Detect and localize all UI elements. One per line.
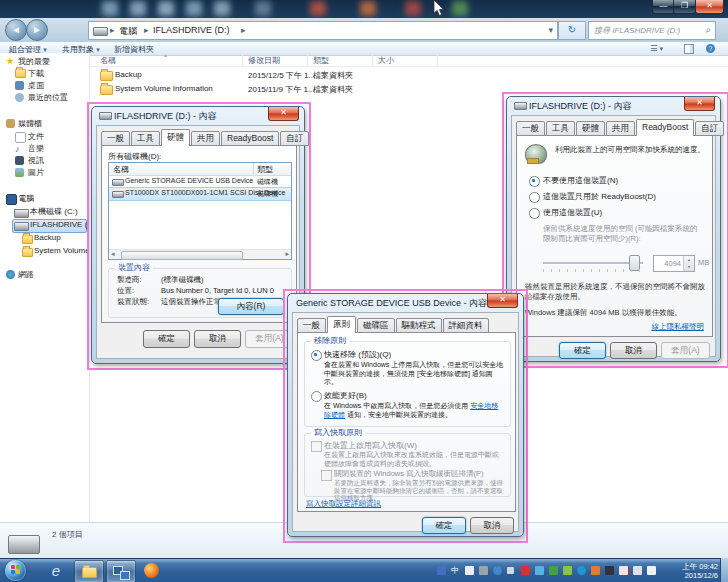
checkbox-enable-write-caching[interactable]	[311, 441, 322, 452]
radio-do-not-use[interactable]	[529, 176, 540, 187]
ime-language-icon[interactable]	[437, 566, 446, 575]
breadcrumb-computer[interactable]: 電腦	[119, 25, 137, 38]
change-view-button[interactable]: ☰ ▾	[650, 44, 663, 53]
radio-use-device[interactable]	[529, 208, 540, 219]
sidebar-item-disk-c[interactable]: 本機磁碟 (C:)	[30, 206, 78, 217]
sidebar-item-backup[interactable]: Backup	[34, 233, 61, 242]
address-bar[interactable]: ▸ 電腦 ▸ IFLASHDRIVE (D:) ▸ ▾	[88, 21, 558, 40]
tab-hardware[interactable]: 硬體	[576, 121, 605, 136]
radio-quick-removal[interactable]	[311, 350, 322, 361]
close-button[interactable]: ✕	[684, 97, 715, 111]
radio-do-not-use-label[interactable]: 不要使用這個裝置(N)	[543, 175, 618, 186]
sidebar-item-videos[interactable]: 視訊	[28, 155, 44, 166]
spin-up-icon[interactable]: ▴	[684, 256, 694, 263]
address-dropdown-icon[interactable]: ▾	[548, 25, 553, 35]
radio-dedicate-device-label[interactable]: 這個裝置只用於 ReadyBoost(D)	[543, 191, 656, 202]
checkbox-enable-write-caching-label[interactable]: 在裝置上啟用寫入快取(W)	[324, 440, 417, 451]
close-button[interactable]: ✕	[695, 0, 724, 14]
black-app-tray-icon[interactable]	[605, 566, 614, 575]
refresh-button[interactable]: ↻	[558, 21, 586, 40]
red-app-tray-icon[interactable]	[521, 566, 530, 575]
sidebar-item-favorites[interactable]: 我的最愛	[18, 56, 50, 67]
cancel-button[interactable]: 取消	[470, 517, 514, 534]
sidebar-item-desktop[interactable]: 桌面	[28, 80, 44, 91]
tab-customize[interactable]: 自訂	[695, 121, 724, 136]
radio-quick-removal-label[interactable]: 快速移除 (預設)(Q)	[324, 349, 391, 360]
tab-readyboost[interactable]: ReadyBoost	[221, 131, 279, 146]
volume-tray-icon[interactable]	[647, 566, 656, 575]
tab-customize[interactable]: 自訂	[280, 131, 309, 146]
sidebar-item-documents[interactable]: 文件	[28, 131, 44, 142]
scroll-right-icon[interactable]: ▸	[285, 250, 289, 258]
taskbar-firefox-button[interactable]	[138, 560, 166, 581]
tab-volumes[interactable]: 磁碟區	[357, 318, 395, 333]
cancel-button[interactable]: 取消	[610, 342, 657, 359]
tab-general[interactable]: 一般	[101, 131, 130, 146]
reserve-amount-spinner[interactable]: 4094 ▴ ▾	[653, 255, 695, 272]
radio-use-device-label[interactable]: 使用這個裝置(U)	[543, 207, 602, 218]
cancel-button[interactable]: 取消	[194, 330, 241, 348]
scrollbar-thumb[interactable]	[121, 251, 243, 260]
sidebar-item-libraries[interactable]: 媒體櫃	[18, 118, 42, 129]
horizontal-scrollbar[interactable]: ◂ ▸	[109, 249, 291, 259]
ok-button[interactable]: 確定	[559, 342, 606, 359]
close-button[interactable]: ✕	[268, 107, 299, 121]
list-col-type[interactable]: 類型	[257, 164, 273, 175]
green-app-tray-icon[interactable]	[549, 566, 558, 575]
column-header-type[interactable]: 類型	[313, 55, 329, 66]
sidebar-item-pictures[interactable]: 圖片	[28, 167, 44, 178]
tab-sharing[interactable]: 共用	[191, 131, 220, 146]
search-box[interactable]: 搜尋 IFLASHDRIVE (D:) ⌕	[588, 21, 716, 40]
grid-app-tray-icon[interactable]	[535, 566, 544, 575]
ok-button[interactable]: 確定	[422, 517, 466, 534]
tab-sharing[interactable]: 共用	[606, 121, 635, 136]
radio-dedicate-device[interactable]	[529, 192, 540, 203]
audio-mixer-icon[interactable]	[591, 566, 600, 575]
show-desktop-button[interactable]	[720, 558, 728, 582]
list-col-name[interactable]: 名稱	[113, 164, 129, 175]
radio-better-performance[interactable]	[311, 391, 322, 402]
ime-keyboard-icon[interactable]	[465, 566, 474, 575]
checkbox-turn-off-buffer-flushing[interactable]	[321, 470, 332, 481]
sidebar-item-downloads[interactable]: 下載	[28, 68, 44, 79]
taskbar-clock[interactable]: 上午 09:42 2015/12/6	[682, 562, 718, 580]
privacy-statement-link[interactable]: 線上隱私權聲明	[652, 322, 705, 332]
network-tray-icon[interactable]	[633, 566, 642, 575]
taskbar-network-app-button[interactable]	[106, 560, 136, 582]
sidebar-item-svi[interactable]: System Volume I	[34, 246, 90, 255]
apply-button[interactable]: 套用(A)	[661, 342, 710, 359]
sidebar-item-computer[interactable]: 電腦	[18, 193, 34, 204]
taskbar-explorer-button[interactable]	[74, 560, 104, 582]
ime-chinese-icon[interactable]: 中	[451, 566, 460, 575]
tab-general[interactable]: 一般	[516, 121, 545, 136]
breadcrumb-drive[interactable]: IFLASHDRIVE (D:)	[153, 25, 230, 35]
spinner-buttons[interactable]: ▴ ▾	[683, 256, 694, 271]
spin-down-icon[interactable]: ▾	[684, 263, 694, 270]
column-header-size[interactable]: 大小	[378, 55, 394, 66]
device-listbox[interactable]: 名稱 類型 Generic STORAGE DEVICE USB Device …	[108, 162, 292, 260]
forward-button[interactable]: ►	[26, 19, 48, 41]
sidebar-item-recent[interactable]: 最近的位置	[28, 92, 68, 103]
write-caching-details-link[interactable]: 寫入快取設定詳細資訊	[306, 499, 381, 509]
back-button[interactable]: ◄	[5, 19, 27, 41]
blue-app-tray-icon[interactable]	[577, 566, 586, 575]
minimize-button[interactable]: —	[652, 0, 675, 14]
checkbox-turn-off-buffer-flushing-label[interactable]: 關閉裝置的 Windows 寫入快取緩衝區排清(P)	[334, 469, 484, 479]
safely-remove-hardware-icon[interactable]	[563, 566, 572, 575]
help-tray-icon[interactable]	[493, 566, 502, 575]
ok-button[interactable]: 確定	[143, 330, 190, 348]
sidebar-item-network[interactable]: 網路	[18, 269, 34, 280]
tab-hardware[interactable]: 硬體	[161, 129, 190, 146]
maximize-button[interactable]: ❐	[673, 0, 696, 14]
column-header-name[interactable]: 名稱	[100, 55, 116, 66]
tab-general[interactable]: 一般	[297, 318, 326, 333]
tab-tools[interactable]: 工具	[546, 121, 575, 136]
tab-driver[interactable]: 驅動程式	[396, 318, 442, 333]
tab-details[interactable]: 詳細資料	[443, 318, 489, 333]
printer-icon[interactable]	[479, 566, 488, 575]
tab-policies[interactable]: 原則	[327, 316, 356, 333]
start-button[interactable]	[5, 560, 26, 581]
taskbar-ie-button[interactable]: e	[42, 560, 70, 581]
slider-track[interactable]	[543, 262, 643, 264]
sidebar-item-music[interactable]: 音樂	[28, 143, 44, 154]
